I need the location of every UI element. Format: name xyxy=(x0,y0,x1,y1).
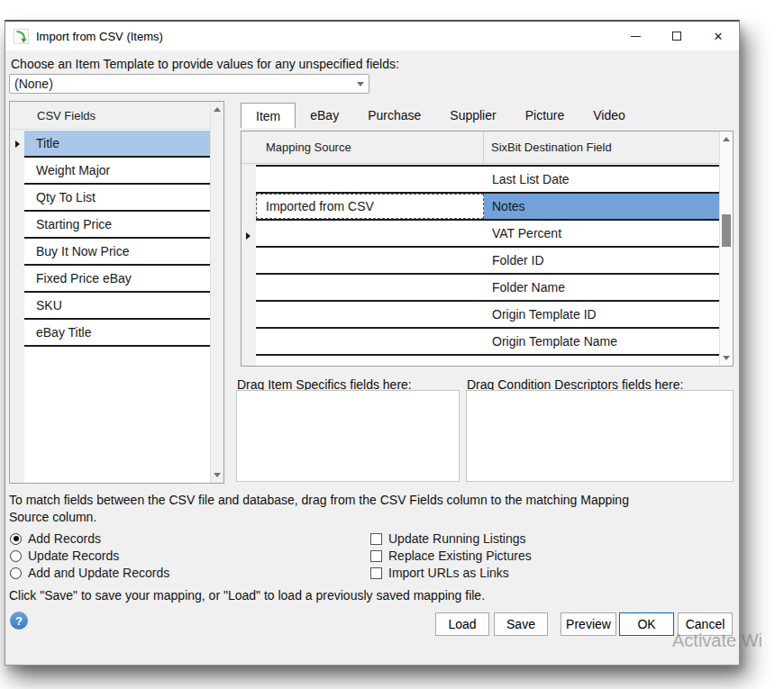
checkbox-replace-existing-pictures[interactable]: Replace Existing Pictures xyxy=(370,548,532,563)
csv-field-row-ebay-title[interactable]: eBay Title xyxy=(10,320,210,347)
close-icon: ✕ xyxy=(714,31,724,42)
scrollbar-thumb[interactable] xyxy=(722,214,731,247)
grid-row-folder-name[interactable]: Folder Name xyxy=(256,275,719,302)
grid-row-origin-template-id[interactable]: Origin Template ID xyxy=(256,302,719,329)
window-title: Import from CSV (Items) xyxy=(36,30,163,43)
scroll-up-icon[interactable] xyxy=(723,137,730,141)
checkbox-icon xyxy=(370,550,382,562)
grid-header: Mapping Source SixBit Destination Field xyxy=(242,131,719,164)
grid-rows: Last List Date Imported from CSV Notes V… xyxy=(242,165,733,356)
tab-video[interactable]: Video xyxy=(579,103,640,128)
grid-row-origin-template-name[interactable]: Origin Template Name xyxy=(256,329,719,356)
radio-add-records[interactable]: Add Records xyxy=(10,531,101,546)
tab-ebay[interactable]: eBay xyxy=(296,103,353,128)
tab-purchase[interactable]: Purchase xyxy=(353,103,435,128)
save-load-instructions-text: Click "Save" to save your mapping, or "L… xyxy=(9,587,694,604)
grid-row-folder-id[interactable]: Folder ID xyxy=(256,248,719,275)
import-from-csv-dialog: Import from CSV (Items) ✕ Choose an Item… xyxy=(5,20,740,666)
template-picker-label: Choose an Item Template to provide value… xyxy=(11,57,399,71)
tab-picture[interactable]: Picture xyxy=(511,103,579,128)
scroll-down-icon[interactable] xyxy=(723,356,730,360)
csv-fields-list: Title Weight Major Qty To List Starting … xyxy=(10,131,223,347)
radio-update-records[interactable]: Update Records xyxy=(10,548,119,563)
save-button[interactable]: Save xyxy=(494,612,548,636)
mapping-source-cell[interactable]: Imported from CSV xyxy=(256,194,484,219)
maximize-icon xyxy=(672,32,681,41)
grid-row-last-list-date[interactable]: Last List Date xyxy=(256,165,719,194)
combobox-value: (None) xyxy=(10,77,352,91)
chevron-down-icon[interactable] xyxy=(352,82,369,86)
checkbox-icon xyxy=(370,567,382,579)
grid-scrollbar[interactable] xyxy=(719,131,733,366)
item-template-combobox[interactable]: (None) xyxy=(9,74,369,94)
mapping-tabs: Item eBay Purchase Supplier Picture Vide… xyxy=(241,103,640,128)
scroll-down-icon[interactable] xyxy=(214,473,221,477)
window-controls: ✕ xyxy=(615,22,739,50)
csv-fields-panel: CSV Fields Title Weight Major Qty To Lis… xyxy=(9,101,224,484)
close-button[interactable]: ✕ xyxy=(697,22,739,50)
tab-supplier[interactable]: Supplier xyxy=(435,103,510,128)
selected-destination-cell[interactable]: Notes xyxy=(484,194,719,219)
csv-field-row-title[interactable]: Title xyxy=(10,131,210,158)
radio-icon xyxy=(10,550,22,562)
grid-row-notes[interactable]: Imported from CSV Notes xyxy=(256,194,719,221)
csv-fields-scrollbar[interactable] xyxy=(210,102,223,483)
load-button[interactable]: Load xyxy=(435,612,489,636)
grid-row-vat-percent[interactable]: VAT Percent xyxy=(256,221,719,248)
csv-field-row-buy-it-now-price[interactable]: Buy It Now Price xyxy=(10,239,210,266)
radio-add-and-update-records[interactable]: Add and Update Records xyxy=(10,566,169,580)
condition-descriptors-drop-zone[interactable] xyxy=(466,390,734,482)
ok-button[interactable]: OK xyxy=(619,612,674,636)
csv-field-row-fixed-price-ebay[interactable]: Fixed Price eBay xyxy=(10,266,210,293)
column-header-mapping-source[interactable]: Mapping Source xyxy=(242,131,484,163)
help-icon[interactable]: ? xyxy=(10,612,28,630)
csv-field-row-qty-to-list[interactable]: Qty To List xyxy=(10,185,210,212)
import-icon xyxy=(14,29,29,44)
row-marker-icon xyxy=(15,141,20,148)
csv-field-row-sku[interactable]: SKU xyxy=(10,293,210,320)
mapping-grid: Mapping Source SixBit Destination Field … xyxy=(241,131,734,367)
checkbox-icon xyxy=(370,533,382,545)
preview-button[interactable]: Preview xyxy=(561,612,616,636)
radio-selected-icon xyxy=(10,533,22,545)
item-specifics-drop-zone[interactable] xyxy=(236,390,460,482)
title-bar: Import from CSV (Items) ✕ xyxy=(5,22,739,50)
match-instructions-text: To match fields between the CSV file and… xyxy=(9,492,645,526)
csv-fields-header: CSV Fields xyxy=(10,102,210,130)
csv-field-row-starting-price[interactable]: Starting Price xyxy=(10,212,210,239)
minimize-icon xyxy=(631,36,641,37)
tab-item[interactable]: Item xyxy=(241,103,296,128)
cancel-button[interactable]: Cancel xyxy=(678,612,733,636)
minimize-button[interactable] xyxy=(615,22,656,50)
checkbox-update-running-listings[interactable]: Update Running Listings xyxy=(370,531,526,546)
screenshot-page: Import from CSV (Items) ✕ Choose an Item… xyxy=(0,0,784,689)
radio-icon xyxy=(10,567,22,579)
checkbox-import-urls-as-links[interactable]: Import URLs as Links xyxy=(370,566,509,580)
scroll-up-icon[interactable] xyxy=(214,107,221,112)
maximize-button[interactable] xyxy=(656,22,697,50)
column-header-destination-field[interactable]: SixBit Destination Field xyxy=(484,131,719,163)
csv-field-row-weight-major[interactable]: Weight Major xyxy=(10,158,210,185)
